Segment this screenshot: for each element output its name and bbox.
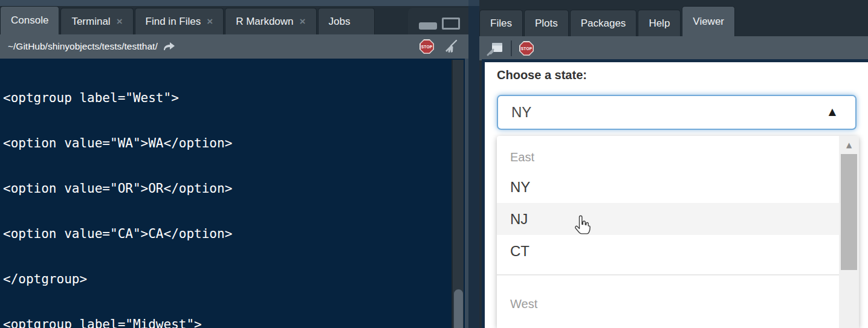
option-ct[interactable]: CT bbox=[497, 235, 839, 267]
state-dropdown-list: East NY NJ CT West WA bbox=[497, 136, 839, 328]
state-dropdown: East NY NJ CT West WA ▲ bbox=[497, 136, 859, 328]
stop-app-icon[interactable]: STOP bbox=[519, 41, 534, 56]
viewer-content: Choose a state: NY ▲ East NY NJ CT West … bbox=[482, 59, 868, 328]
tab-plots-label: Plots bbox=[535, 18, 558, 30]
tab-terminal[interactable]: Terminal × bbox=[60, 8, 133, 34]
tab-r-markdown-label: R Markdown bbox=[236, 16, 293, 28]
console-output[interactable]: <optgroup label="West"> <option value="W… bbox=[0, 59, 465, 328]
console-line: </optgroup> bbox=[3, 272, 465, 287]
console-line: <optgroup label="Midwest"> bbox=[3, 317, 465, 328]
console-scrollbar[interactable] bbox=[452, 60, 464, 328]
console-toolbar: ~/GitHub/shinyobjects/tests/testthat/ ST… bbox=[0, 34, 468, 59]
dropdown-scrollbar-thumb[interactable] bbox=[841, 154, 857, 270]
scroll-up-arrow-icon[interactable]: ▲ bbox=[839, 141, 859, 149]
goto-directory-arrow-icon[interactable] bbox=[163, 41, 176, 52]
tab-jobs-label: Jobs bbox=[329, 16, 351, 28]
chevron-up-icon: ▲ bbox=[829, 107, 836, 117]
tab-console-label: Console bbox=[11, 14, 48, 27]
viewer-pane: Files Plots Packages Help Viewer bbox=[479, 0, 868, 328]
optgroup-west-label: West bbox=[497, 275, 839, 319]
tab-terminal-label: Terminal bbox=[71, 16, 110, 28]
tab-viewer[interactable]: Viewer bbox=[682, 6, 735, 36]
close-icon[interactable]: × bbox=[300, 16, 306, 27]
option-wa[interactable]: WA bbox=[497, 319, 839, 328]
tab-plots[interactable]: Plots bbox=[524, 10, 569, 36]
maximize-pane-icon[interactable] bbox=[442, 18, 460, 30]
close-icon[interactable]: × bbox=[117, 16, 123, 27]
tab-files[interactable]: Files bbox=[479, 10, 523, 36]
console-line: <option value="OR">OR</option> bbox=[3, 181, 465, 196]
dropdown-scrollbar[interactable]: ▲ bbox=[839, 136, 859, 328]
state-select[interactable]: NY ▲ bbox=[497, 95, 857, 130]
pane-window-controls bbox=[408, 8, 468, 34]
select-label: Choose a state: bbox=[497, 68, 587, 82]
console-pane: Console Terminal × Find in Files × R Mar… bbox=[0, 0, 468, 328]
tab-find-in-files-label: Find in Files bbox=[146, 16, 201, 28]
tab-viewer-label: Viewer bbox=[693, 16, 724, 28]
optgroup-east-label: East bbox=[497, 136, 839, 171]
tab-console[interactable]: Console bbox=[0, 6, 59, 34]
mouse-pointer-cursor bbox=[573, 214, 591, 236]
minimize-pane-icon[interactable] bbox=[419, 22, 437, 30]
open-in-new-window-icon[interactable] bbox=[487, 40, 504, 56]
console-scrollbar-thumb[interactable] bbox=[454, 289, 463, 328]
state-select-value: NY bbox=[511, 104, 531, 121]
viewer-toolbar: STOP bbox=[479, 36, 868, 60]
right-tabbar: Files Plots Packages Help Viewer bbox=[479, 6, 868, 36]
close-icon[interactable]: × bbox=[207, 16, 213, 27]
tab-packages-label: Packages bbox=[581, 18, 626, 30]
tab-help[interactable]: Help bbox=[638, 10, 681, 36]
option-ny[interactable]: NY bbox=[497, 171, 839, 203]
console-line: <option value="CA">CA</option> bbox=[3, 227, 465, 242]
console-line: <option value="WA">WA</option> bbox=[3, 136, 465, 151]
option-nj[interactable]: NJ bbox=[497, 203, 839, 235]
working-directory-path: ~/GitHub/shinyobjects/tests/testthat/ bbox=[8, 41, 158, 52]
tab-help-label: Help bbox=[649, 18, 670, 30]
tab-files-label: Files bbox=[490, 18, 512, 30]
tab-jobs[interactable]: Jobs bbox=[318, 8, 375, 34]
tab-r-markdown[interactable]: R Markdown × bbox=[225, 8, 316, 34]
rstudio-window: Console Terminal × Find in Files × R Mar… bbox=[0, 0, 868, 328]
tab-find-in-files[interactable]: Find in Files × bbox=[135, 8, 224, 34]
toolbar-separator bbox=[511, 40, 512, 56]
tab-packages[interactable]: Packages bbox=[570, 10, 637, 36]
console-line: <optgroup label="West"> bbox=[3, 91, 465, 106]
left-tabbar: Console Terminal × Find in Files × R Mar… bbox=[0, 6, 468, 34]
clear-console-broom-icon[interactable] bbox=[443, 39, 459, 54]
